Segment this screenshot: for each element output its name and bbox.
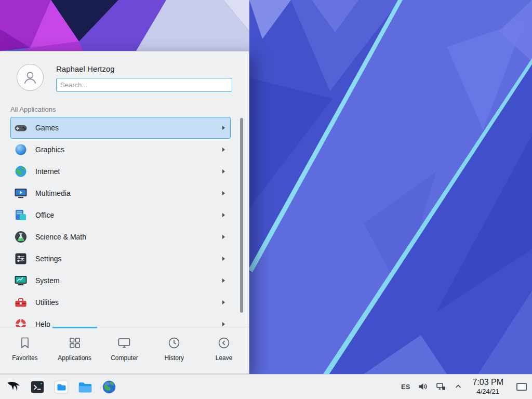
help-icon	[14, 317, 28, 327]
submenu-arrow-icon	[222, 148, 225, 152]
category-science-math[interactable]: Science & Math	[10, 226, 231, 248]
person-icon	[21, 68, 39, 87]
submenu-arrow-icon	[222, 300, 225, 304]
launcher-tabbar: Favorites Applications Computer	[0, 327, 249, 374]
terminal-icon	[30, 379, 45, 395]
volume-icon[interactable]	[418, 381, 428, 392]
science-icon	[14, 230, 28, 244]
keyboard-layout-indicator[interactable]: ES	[401, 383, 410, 391]
tab-label: Favorites	[12, 354, 37, 362]
tab-label: Computer	[111, 354, 138, 362]
submenu-arrow-icon	[222, 322, 225, 326]
computer-monitor-icon	[117, 336, 131, 350]
user-name: Raphael Hertzog	[56, 64, 232, 73]
network-icon[interactable]	[436, 381, 446, 392]
scrollbar[interactable]	[240, 118, 243, 313]
category-label: Multimedia	[35, 189, 222, 197]
internet-icon	[14, 164, 28, 179]
tab-label: Leave	[216, 354, 233, 362]
submenu-arrow-icon	[222, 278, 225, 283]
app-menu-button[interactable]	[4, 378, 23, 396]
settings-icon	[14, 251, 28, 266]
folder-launcher[interactable]	[76, 378, 95, 396]
category-label: Games	[35, 124, 222, 132]
submenu-arrow-icon	[222, 235, 225, 239]
category-label: Utilities	[35, 298, 222, 307]
category-list: Games Graphics	[0, 117, 249, 327]
category-label: Science & Math	[35, 233, 222, 241]
category-label: Office	[35, 211, 222, 219]
category-settings[interactable]: Settings	[10, 248, 231, 270]
category-label: Internet	[35, 167, 222, 176]
graphics-icon	[14, 142, 28, 157]
folder-icon	[77, 379, 93, 395]
clock-date: 4/24/21	[472, 388, 503, 395]
file-manager-launcher[interactable]	[52, 378, 71, 396]
submenu-arrow-icon	[222, 126, 225, 130]
user-avatar[interactable]	[17, 64, 44, 91]
digital-clock[interactable]: 7:03 PM 4/24/21	[472, 378, 503, 395]
category-system[interactable]: System	[10, 270, 231, 291]
category-label: Settings	[35, 255, 222, 263]
leave-icon	[217, 336, 231, 350]
office-icon	[14, 208, 28, 222]
category-utilities[interactable]: Utilities	[10, 291, 231, 313]
applications-grid-icon	[68, 336, 82, 350]
category-graphics[interactable]: Graphics	[10, 139, 231, 161]
search-input[interactable]	[56, 78, 232, 92]
tab-label: History	[165, 354, 184, 362]
system-icon	[14, 273, 28, 288]
category-games[interactable]: Games	[10, 117, 231, 139]
show-desktop-icon	[516, 383, 527, 391]
bookmark-icon	[18, 336, 32, 350]
section-label: All Applications	[0, 97, 249, 117]
terminal-launcher[interactable]	[28, 378, 47, 396]
application-launcher: Raphael Hertzog All Applications Games	[0, 51, 249, 374]
category-multimedia[interactable]: Multimedia	[10, 182, 231, 204]
taskbar: ES 7:03 PM 4/24/21	[0, 374, 532, 399]
games-icon	[14, 121, 28, 135]
category-internet[interactable]: Internet	[10, 161, 231, 182]
multimedia-icon	[14, 186, 28, 201]
submenu-arrow-icon	[222, 191, 225, 195]
tab-leave[interactable]: Leave	[199, 327, 249, 374]
category-office[interactable]: Office	[10, 204, 231, 226]
submenu-arrow-icon	[222, 257, 225, 261]
browser-launcher[interactable]	[100, 378, 118, 396]
category-label: Help	[35, 320, 222, 327]
browser-globe-icon	[101, 379, 117, 395]
tab-history[interactable]: History	[149, 327, 199, 374]
tab-applications[interactable]: Applications	[50, 327, 100, 374]
history-clock-icon	[167, 336, 181, 350]
submenu-arrow-icon	[222, 213, 225, 217]
clock-time: 7:03 PM	[472, 378, 503, 388]
launcher-header: Raphael Hertzog	[0, 51, 249, 97]
file-manager-icon	[54, 379, 69, 395]
submenu-arrow-icon	[222, 169, 225, 174]
category-label: System	[35, 276, 222, 285]
system-tray: ES 7:03 PM 4/24/21	[401, 378, 528, 395]
tab-favorites[interactable]: Favorites	[0, 327, 50, 374]
utilities-icon	[14, 295, 28, 310]
category-help[interactable]: Help	[10, 313, 231, 327]
tray-expander-arrow-icon[interactable]	[454, 382, 462, 391]
show-desktop-button[interactable]	[515, 381, 528, 392]
kali-menu-icon	[6, 379, 21, 395]
tab-computer[interactable]: Computer	[100, 327, 150, 374]
tab-label: Applications	[58, 354, 91, 362]
category-label: Graphics	[35, 145, 222, 154]
